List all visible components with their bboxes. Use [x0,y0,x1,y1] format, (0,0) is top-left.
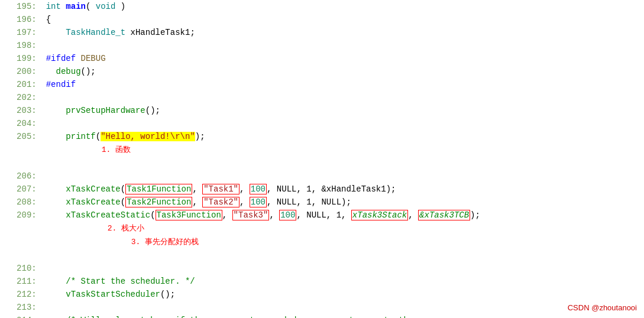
line-number-203: 203: [0,104,44,117]
line-number-202: 202: [0,91,44,104]
line-number-213: 213: [0,301,44,314]
line-208: 208: xTaskCreate(Task2Function, "Task2",… [0,196,644,209]
line-code-202 [44,91,644,104]
code-editor: 195: int main( void ) 196: { 197: TaskHa… [0,0,644,318]
line-code-206 [44,170,644,183]
line-code-205: printf("Hello, world!\r\n"); 1. 函数 [44,130,644,170]
line-209: 209: xTaskCreateStatic(Task3Function, "T… [0,209,644,262]
line-code-201: #endif [44,78,644,91]
line-code-208: xTaskCreate(Task2Function, "Task2", 100,… [44,196,644,209]
line-code-204 [44,117,644,130]
line-200: 200: debug(); [0,65,644,78]
line-number-211: 211: [0,275,44,288]
line-code-209: xTaskCreateStatic(Task3Function, "Task3"… [44,209,644,262]
line-198: 198: [0,39,644,52]
line-203: 203: prvSetupHardware(); [0,104,644,117]
line-number-210: 210: [0,262,44,275]
line-214: 214: /* Will only get here if there was … [0,314,644,318]
line-code-200: debug(); [44,65,644,78]
line-204: 204: [0,117,644,130]
line-number-207: 207: [0,183,44,196]
line-number-208: 208: [0,196,44,209]
line-code-203: prvSetupHardware(); [44,104,644,117]
line-number-209: 209: [0,209,44,262]
line-code-197: TaskHandle_t xHandleTask1; [44,26,644,39]
line-196: 196: { [0,13,644,26]
line-number-201: 201: [0,78,44,91]
line-195: 195: int main( void ) [0,0,644,13]
line-code-199: #ifdef DEBUG [44,52,644,65]
line-206: 206: [0,170,644,183]
line-number-206: 206: [0,170,44,183]
line-code-198 [44,39,644,52]
line-197: 197: TaskHandle_t xHandleTask1; [0,26,644,39]
line-207: 207: xTaskCreate(Task1Function, "Task1",… [0,183,644,196]
code-table: 195: int main( void ) 196: { 197: TaskHa… [0,0,644,318]
line-number-205: 205: [0,130,44,170]
line-code-195: int main( void ) [44,0,644,13]
line-number-212: 212: [0,288,44,301]
watermark: CSDN @zhoutanooi [568,303,637,312]
line-number-199: 199: [0,52,44,65]
line-number-200: 200: [0,65,44,78]
line-code-207: xTaskCreate(Task1Function, "Task1", 100,… [44,183,644,196]
line-205: 205: printf("Hello, world!\r\n"); 1. 函数 [0,130,644,170]
line-number-204: 204: [0,117,44,130]
line-number-198: 198: [0,39,44,52]
line-210: 210: [0,262,644,275]
line-199: 199: #ifdef DEBUG [0,52,644,65]
line-202: 202: [0,91,644,104]
line-code-196: { [44,13,644,26]
line-number-197: 197: [0,26,44,39]
line-213: 213: [0,301,644,314]
line-code-212: vTaskStartScheduler(); [44,288,644,301]
line-211: 211: /* Start the scheduler. */ [0,275,644,288]
line-number-196: 196: [0,13,44,26]
line-code-211: /* Start the scheduler. */ [44,275,644,288]
line-code-214: /* Will only get here if there was not e… [44,314,644,318]
line-number-195: 195: [0,0,44,13]
line-code-213 [44,301,644,314]
line-212: 212: vTaskStartScheduler(); [0,288,644,301]
line-201: 201: #endif [0,78,644,91]
line-number-214: 214: [0,314,44,318]
line-code-210 [44,262,644,275]
